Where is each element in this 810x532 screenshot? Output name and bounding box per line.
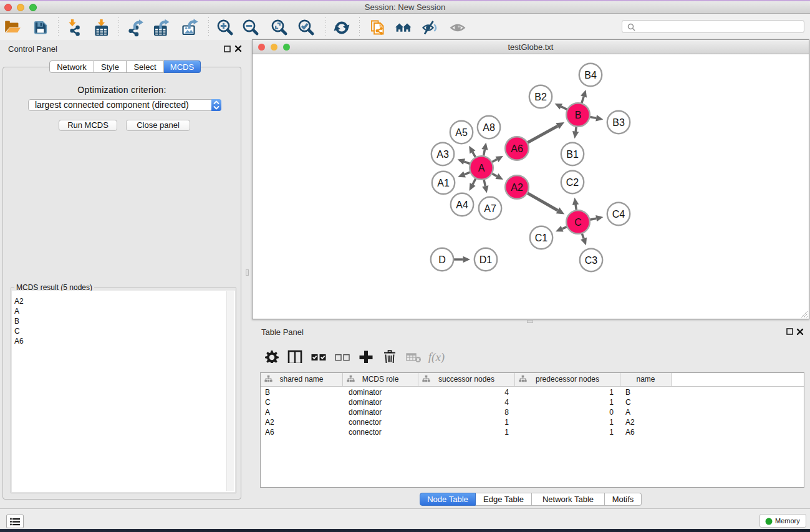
svg-text:C4: C4 — [612, 209, 625, 220]
svg-text:f(x): f(x) — [428, 351, 445, 363]
svg-text:A8: A8 — [483, 122, 495, 133]
svg-text:C2: C2 — [566, 177, 579, 188]
svg-text:C: C — [574, 217, 582, 228]
svg-text:B: B — [575, 110, 582, 120]
svg-text:A3: A3 — [436, 149, 449, 160]
svg-text:C1: C1 — [535, 233, 548, 243]
svg-text:B3: B3 — [612, 117, 625, 128]
svg-text:A7: A7 — [484, 203, 496, 214]
svg-text:A1: A1 — [437, 178, 450, 188]
svg-text:A5: A5 — [455, 127, 468, 138]
svg-text:D1: D1 — [480, 254, 493, 265]
svg-text:B2: B2 — [534, 92, 547, 102]
svg-text:B4: B4 — [584, 70, 597, 80]
svg-text:B1: B1 — [566, 149, 579, 160]
svg-text:A6: A6 — [511, 143, 523, 154]
svg-text:D: D — [438, 254, 446, 265]
svg-text:A4: A4 — [456, 200, 468, 210]
svg-text:C3: C3 — [585, 255, 598, 266]
svg-text:A2: A2 — [511, 182, 523, 193]
svg-text:A: A — [478, 163, 485, 173]
